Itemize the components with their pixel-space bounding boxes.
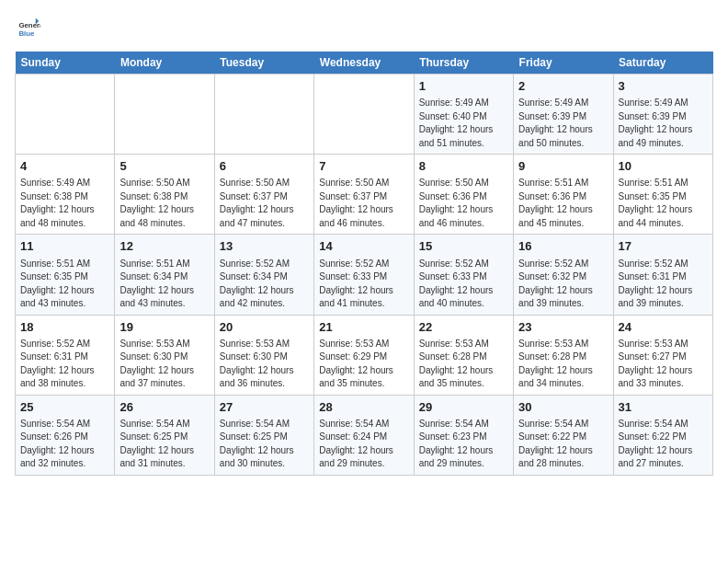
day-number: 17 [619, 238, 708, 255]
calendar-cell: 13Sunrise: 5:52 AM Sunset: 6:34 PM Dayli… [214, 235, 313, 315]
day-info: Sunrise: 5:52 AM Sunset: 6:34 PM Dayligh… [220, 258, 309, 311]
day-number: 23 [518, 319, 608, 336]
week-row-1: 1Sunrise: 5:49 AM Sunset: 6:40 PM Daylig… [16, 75, 713, 155]
calendar-cell: 29Sunrise: 5:54 AM Sunset: 6:23 PM Dayli… [414, 395, 513, 475]
calendar-cell: 19Sunrise: 5:53 AM Sunset: 6:30 PM Dayli… [115, 315, 214, 395]
day-number: 8 [419, 158, 508, 175]
day-info: Sunrise: 5:53 AM Sunset: 6:28 PM Dayligh… [419, 338, 508, 391]
calendar-cell: 21Sunrise: 5:53 AM Sunset: 6:29 PM Dayli… [314, 315, 414, 395]
day-number: 20 [220, 319, 309, 336]
svg-text:Blue: Blue [18, 29, 35, 38]
day-info: Sunrise: 5:51 AM Sunset: 6:35 PM Dayligh… [619, 177, 708, 230]
page-header: General Blue [15, 15, 713, 40]
day-number: 25 [20, 399, 109, 416]
day-number: 27 [220, 399, 309, 416]
header-thursday: Thursday [414, 52, 513, 75]
day-number: 15 [419, 238, 508, 255]
day-info: Sunrise: 5:53 AM Sunset: 6:30 PM Dayligh… [220, 338, 309, 391]
calendar-cell: 1Sunrise: 5:49 AM Sunset: 6:40 PM Daylig… [414, 75, 513, 155]
calendar-cell: 22Sunrise: 5:53 AM Sunset: 6:28 PM Dayli… [414, 315, 513, 395]
calendar-cell: 10Sunrise: 5:51 AM Sunset: 6:35 PM Dayli… [613, 155, 712, 235]
day-info: Sunrise: 5:51 AM Sunset: 6:34 PM Dayligh… [119, 258, 209, 311]
week-row-5: 25Sunrise: 5:54 AM Sunset: 6:26 PM Dayli… [16, 395, 713, 475]
calendar-cell: 18Sunrise: 5:52 AM Sunset: 6:31 PM Dayli… [16, 315, 115, 395]
day-number: 12 [119, 238, 209, 255]
calendar-cell: 17Sunrise: 5:52 AM Sunset: 6:31 PM Dayli… [613, 235, 712, 315]
header-sunday: Sunday [16, 52, 115, 75]
day-info: Sunrise: 5:53 AM Sunset: 6:30 PM Dayligh… [119, 338, 209, 391]
calendar-cell: 23Sunrise: 5:53 AM Sunset: 6:28 PM Dayli… [514, 315, 613, 395]
day-number: 5 [119, 158, 209, 175]
day-info: Sunrise: 5:53 AM Sunset: 6:27 PM Dayligh… [619, 338, 708, 391]
calendar-cell: 27Sunrise: 5:54 AM Sunset: 6:25 PM Dayli… [214, 395, 313, 475]
header-saturday: Saturday [613, 52, 712, 75]
header-friday: Friday [514, 52, 613, 75]
day-number: 14 [319, 238, 408, 255]
day-number: 4 [20, 158, 109, 175]
calendar-cell: 4Sunrise: 5:49 AM Sunset: 6:38 PM Daylig… [16, 155, 115, 235]
day-number: 7 [319, 158, 408, 175]
calendar-cell [214, 75, 313, 155]
logo-icon: General Blue [15, 15, 40, 40]
day-number: 24 [619, 319, 708, 336]
day-info: Sunrise: 5:54 AM Sunset: 6:22 PM Dayligh… [619, 418, 708, 471]
calendar-cell: 2Sunrise: 5:49 AM Sunset: 6:39 PM Daylig… [514, 75, 613, 155]
day-info: Sunrise: 5:54 AM Sunset: 6:24 PM Dayligh… [319, 418, 408, 471]
day-info: Sunrise: 5:49 AM Sunset: 6:39 PM Dayligh… [518, 97, 608, 150]
day-info: Sunrise: 5:53 AM Sunset: 6:28 PM Dayligh… [518, 338, 608, 391]
day-number: 16 [518, 238, 608, 255]
week-row-2: 4Sunrise: 5:49 AM Sunset: 6:38 PM Daylig… [16, 155, 713, 235]
day-number: 11 [20, 238, 109, 255]
day-number: 2 [518, 78, 608, 95]
day-info: Sunrise: 5:49 AM Sunset: 6:40 PM Dayligh… [419, 97, 508, 150]
week-row-3: 11Sunrise: 5:51 AM Sunset: 6:35 PM Dayli… [16, 235, 713, 315]
day-number: 30 [518, 399, 608, 416]
day-info: Sunrise: 5:52 AM Sunset: 6:31 PM Dayligh… [20, 338, 109, 391]
day-number: 19 [119, 319, 209, 336]
day-number: 26 [119, 399, 209, 416]
calendar-header-row: SundayMondayTuesdayWednesdayThursdayFrid… [16, 52, 713, 75]
calendar-table: SundayMondayTuesdayWednesdayThursdayFrid… [15, 52, 713, 476]
day-number: 10 [619, 158, 708, 175]
calendar-cell: 14Sunrise: 5:52 AM Sunset: 6:33 PM Dayli… [314, 235, 414, 315]
calendar-cell: 12Sunrise: 5:51 AM Sunset: 6:34 PM Dayli… [115, 235, 214, 315]
calendar-cell: 28Sunrise: 5:54 AM Sunset: 6:24 PM Dayli… [314, 395, 414, 475]
day-number: 18 [20, 319, 109, 336]
calendar-cell: 7Sunrise: 5:50 AM Sunset: 6:37 PM Daylig… [314, 155, 414, 235]
day-info: Sunrise: 5:54 AM Sunset: 6:23 PM Dayligh… [419, 418, 508, 471]
calendar-cell: 20Sunrise: 5:53 AM Sunset: 6:30 PM Dayli… [214, 315, 313, 395]
day-info: Sunrise: 5:54 AM Sunset: 6:25 PM Dayligh… [119, 418, 209, 471]
day-number: 28 [319, 399, 408, 416]
day-info: Sunrise: 5:49 AM Sunset: 6:39 PM Dayligh… [619, 97, 708, 150]
day-number: 21 [319, 319, 408, 336]
calendar-cell: 30Sunrise: 5:54 AM Sunset: 6:22 PM Dayli… [514, 395, 613, 475]
day-info: Sunrise: 5:49 AM Sunset: 6:38 PM Dayligh… [20, 177, 109, 230]
day-number: 29 [419, 399, 508, 416]
day-info: Sunrise: 5:54 AM Sunset: 6:25 PM Dayligh… [220, 418, 309, 471]
day-info: Sunrise: 5:50 AM Sunset: 6:37 PM Dayligh… [319, 177, 408, 230]
calendar-cell: 5Sunrise: 5:50 AM Sunset: 6:38 PM Daylig… [115, 155, 214, 235]
header-monday: Monday [115, 52, 214, 75]
day-info: Sunrise: 5:52 AM Sunset: 6:33 PM Dayligh… [319, 258, 408, 311]
day-info: Sunrise: 5:53 AM Sunset: 6:29 PM Dayligh… [319, 338, 408, 391]
day-info: Sunrise: 5:54 AM Sunset: 6:26 PM Dayligh… [20, 418, 109, 471]
day-number: 6 [220, 158, 309, 175]
day-info: Sunrise: 5:51 AM Sunset: 6:35 PM Dayligh… [20, 258, 109, 311]
day-number: 3 [619, 78, 708, 95]
day-number: 9 [518, 158, 608, 175]
calendar-cell: 3Sunrise: 5:49 AM Sunset: 6:39 PM Daylig… [613, 75, 712, 155]
day-number: 31 [619, 399, 708, 416]
day-info: Sunrise: 5:54 AM Sunset: 6:22 PM Dayligh… [518, 418, 608, 471]
calendar-cell: 25Sunrise: 5:54 AM Sunset: 6:26 PM Dayli… [16, 395, 115, 475]
logo: General Blue [15, 15, 44, 40]
calendar-cell: 26Sunrise: 5:54 AM Sunset: 6:25 PM Dayli… [115, 395, 214, 475]
calendar-cell: 11Sunrise: 5:51 AM Sunset: 6:35 PM Dayli… [16, 235, 115, 315]
calendar-cell: 31Sunrise: 5:54 AM Sunset: 6:22 PM Dayli… [613, 395, 712, 475]
day-info: Sunrise: 5:51 AM Sunset: 6:36 PM Dayligh… [518, 177, 608, 230]
header-tuesday: Tuesday [214, 52, 313, 75]
day-info: Sunrise: 5:50 AM Sunset: 6:36 PM Dayligh… [419, 177, 508, 230]
calendar-cell: 8Sunrise: 5:50 AM Sunset: 6:36 PM Daylig… [414, 155, 513, 235]
calendar-cell [115, 75, 214, 155]
calendar-cell: 16Sunrise: 5:52 AM Sunset: 6:32 PM Dayli… [514, 235, 613, 315]
calendar-cell: 24Sunrise: 5:53 AM Sunset: 6:27 PM Dayli… [613, 315, 712, 395]
